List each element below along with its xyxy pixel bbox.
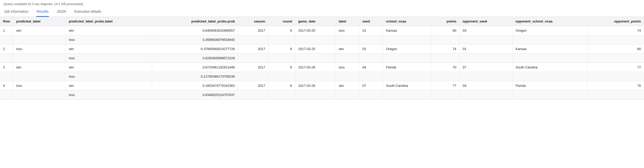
table-row: 1winwin0.6409363020465557201782017-03-25…: [0, 26, 644, 35]
cell-school: Oregon: [383, 44, 432, 54]
cell-label: [336, 72, 359, 81]
cell-school: [383, 54, 432, 63]
cell-round: 8: [268, 26, 295, 35]
cell-probs-label: win: [66, 26, 152, 35]
table-row: 3winwin0.8720461182921446201782017-03-26…: [0, 63, 644, 72]
tab-execution-details[interactable]: Execution details: [74, 7, 102, 17]
cell-probs-prob: 0.1653474775242363: [152, 81, 238, 90]
cell-probs-label: loss: [66, 35, 152, 44]
cell-game-date: [295, 90, 336, 100]
cell-probs-label: win: [66, 81, 152, 90]
cell-season: 2017: [238, 81, 268, 90]
cell-round: 8: [268, 81, 295, 90]
cell-season: 2017: [238, 44, 268, 54]
cell-row: [0, 35, 13, 44]
cell-school: [383, 35, 432, 44]
cell-opp-school: Kansas: [512, 44, 587, 54]
cell-row: [0, 72, 13, 81]
cell-probs-prob: 0.6409363020465557: [152, 26, 238, 35]
cell-label: loss: [336, 26, 359, 35]
cell-label: [336, 54, 359, 63]
cell-game-date: [295, 54, 336, 63]
cell-seed: 01: [359, 26, 383, 35]
col-points: points: [432, 17, 460, 26]
cell-opp-school: [512, 35, 587, 44]
cell-opp-school: Florida: [512, 81, 587, 90]
results-table: Row predicted_label predicted_label_prob…: [0, 17, 644, 100]
cell-probs-label: loss: [66, 54, 152, 63]
col-predicted-label: predicted_label: [13, 17, 65, 26]
cell-seed: [359, 35, 383, 44]
cell-row: [0, 54, 13, 63]
cell-game-date: 2017-03-26: [295, 81, 336, 90]
cell-row: 2: [0, 44, 13, 54]
tab-results[interactable]: Results: [36, 7, 49, 17]
cell-probs-prob: 0.37065940014277726: [152, 44, 238, 54]
cell-opp-points: [587, 35, 644, 44]
cell-predicted-label: loss: [13, 44, 65, 54]
cell-points: [432, 54, 460, 63]
col-seed: seed: [359, 17, 383, 26]
table-row: loss0.12795388170785538: [0, 72, 644, 81]
cell-probs-prob: 0.8720461182921446: [152, 63, 238, 72]
cell-round: 8: [268, 63, 295, 72]
cell-probs-prob: 0.6293405998572228: [152, 54, 238, 63]
cell-school: Kansas: [383, 26, 432, 35]
cell-seed: 03: [359, 44, 383, 54]
cell-school: [383, 72, 432, 81]
cell-predicted-label: loss: [13, 81, 65, 90]
cell-points: 70: [432, 63, 460, 72]
cell-opp-points: [587, 90, 644, 100]
col-probs-prob: predicted_label_probs.prob: [152, 17, 238, 26]
cell-opp-seed: 07: [460, 63, 513, 72]
cell-row: [0, 90, 13, 100]
cell-points: 77: [432, 81, 460, 90]
col-opp-school: opponent_school_ncaa: [512, 17, 587, 26]
cell-opp-points: 77: [587, 63, 644, 72]
cell-opp-points: 70: [587, 81, 644, 90]
cell-round: [268, 54, 295, 63]
cell-label: [336, 35, 359, 44]
cell-row: 1: [0, 26, 13, 35]
col-season: season: [238, 17, 268, 26]
col-probs-label: predicted_label_probs.label: [66, 17, 152, 26]
cell-seed: [359, 54, 383, 63]
cell-seed: [359, 90, 383, 100]
cell-predicted-label: [13, 54, 65, 63]
cell-opp-school: [512, 54, 587, 63]
cell-row: 3: [0, 63, 13, 72]
cell-round: [268, 72, 295, 81]
table-header-row: Row predicted_label predicted_label_prob…: [0, 17, 644, 26]
cell-opp-points: 74: [587, 26, 644, 35]
cell-opp-seed: [460, 54, 513, 63]
cell-opp-school: Oregon: [512, 26, 587, 35]
cell-probs-prob: 0.3590636979534443: [152, 35, 238, 44]
cell-probs-prob: 0.8346525224757637: [152, 90, 238, 100]
cell-seed: [359, 72, 383, 81]
cell-opp-school: [512, 72, 587, 81]
cell-school: [383, 90, 432, 100]
col-school: school_ncaa: [383, 17, 432, 26]
cell-opp-seed: 01: [460, 44, 513, 54]
tab-job-information[interactable]: Job information: [4, 7, 29, 17]
cell-round: [268, 35, 295, 44]
tab-json[interactable]: JSON: [56, 7, 66, 17]
query-status: Query complete (0.3 sec elapsed, 14.2 KB…: [0, 0, 644, 7]
cell-opp-seed: [460, 72, 513, 81]
cell-seed: 07: [359, 81, 383, 90]
cell-points: [432, 90, 460, 100]
cell-predicted-label: win: [13, 63, 65, 72]
cell-points: 60: [432, 26, 460, 35]
cell-game-date: 2017-03-25: [295, 26, 336, 35]
cell-round: [268, 90, 295, 100]
cell-season: [238, 35, 268, 44]
cell-game-date: [295, 72, 336, 81]
table-row: 4losswin0.1653474775242363201782017-03-2…: [0, 81, 644, 90]
cell-points: [432, 35, 460, 44]
cell-opp-points: 60: [587, 44, 644, 54]
col-label: label: [336, 17, 359, 26]
cell-season: 2017: [238, 63, 268, 72]
cell-opp-seed: 03: [460, 26, 513, 35]
table-row: loss0.3590636979534443: [0, 35, 644, 44]
table-row: loss0.8346525224757637: [0, 90, 644, 100]
